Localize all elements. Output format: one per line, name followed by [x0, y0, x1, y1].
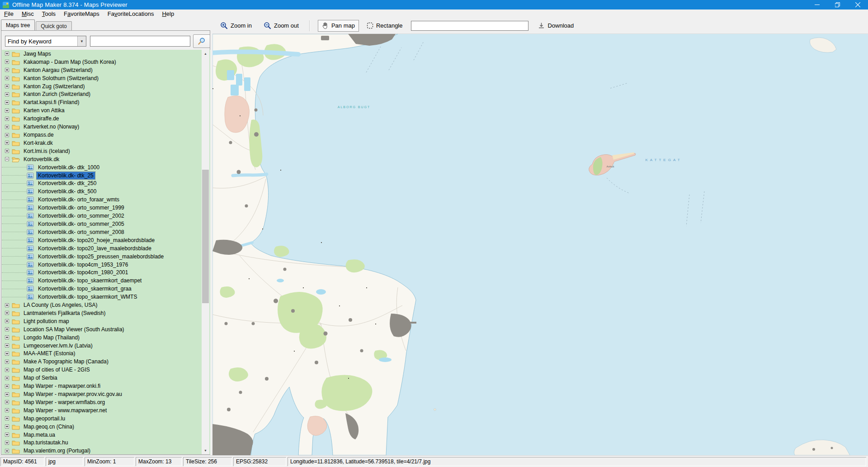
tree-item-label[interactable]: Jawg Maps [22, 50, 52, 57]
tree-item[interactable]: Map Warper - warper.wmflabs.org [2, 398, 210, 406]
tree-item-label[interactable]: Map Warper - mapwarper.prov.vic.gov.au [22, 391, 123, 398]
tree-item-label[interactable]: Kartat.kapsi.fi (Finland) [22, 99, 80, 106]
expand-plus-icon[interactable] [5, 433, 9, 437]
menu-favoritemaps[interactable]: FavoriteMaps [60, 10, 104, 18]
tree-item-label[interactable]: Kortoverblik.dk- dtk_25 [37, 172, 95, 179]
tree-item[interactable]: Map Warper - mapwarper.onki.fi [2, 382, 210, 390]
tab-quick-goto[interactable]: Quick goto [36, 21, 71, 30]
tree-item[interactable]: Map of Serbia [2, 374, 210, 382]
tree-item[interactable]: Kortoverblik.dk- topo20_hoeje_maalebords… [2, 236, 210, 244]
menu-file[interactable]: File [0, 10, 18, 18]
tree-item[interactable]: Kanton Aargau (Switzerland) [2, 66, 210, 74]
tree-item[interactable]: Kortoverblik.dk- orto_sommer_2002 [2, 212, 210, 220]
expand-plus-icon[interactable] [5, 84, 9, 88]
tree-item[interactable]: Kortoverblik.dk- topo4cm_1953_1976 [2, 261, 210, 269]
tree-item[interactable]: Kortoverblik.dk- orto_sommer_2008 [2, 228, 210, 236]
tree-item[interactable]: Kartverket.no (Norway) [2, 123, 210, 131]
scrollbar-thumb[interactable] [202, 170, 209, 303]
tree-item-label[interactable]: Map.meta.ua [22, 431, 57, 438]
tree-item-label[interactable]: Lantmateriets Fjallkarta (Swedish) [22, 310, 107, 317]
tree-item[interactable]: Kortoverblik.dk- orto_sommer_1999 [2, 204, 210, 212]
tree-item[interactable]: Kortoverblik.dk- topo_skaermkort_graa [2, 285, 210, 293]
expand-plus-icon[interactable] [5, 360, 9, 364]
tree-item-label[interactable]: Kort.lmi.is (Iceland) [22, 148, 71, 155]
tree-item-label[interactable]: Lvmgeoserver.lvm.lv (Latvia) [22, 342, 94, 349]
restore-button[interactable] [827, 0, 848, 10]
tree-item[interactable]: LA County (Los Angeles, USA) [2, 301, 210, 309]
tree-item[interactable]: Kanton Solothurn (Switzerland) [2, 74, 210, 82]
expand-plus-icon[interactable] [5, 109, 9, 113]
tree-item-label[interactable]: Kortoverblik.dk- dtk_1000 [37, 164, 101, 171]
tree-item[interactable]: Kakaomap - Daum Map (South Korea) [2, 58, 210, 66]
expand-plus-icon[interactable] [5, 100, 9, 105]
tree-item-label[interactable]: Map.turistautak.hu [22, 439, 70, 446]
collapse-minus-icon[interactable] [5, 157, 9, 161]
tree-item-label[interactable]: Kakaomap - Daum Map (South Korea) [22, 58, 118, 66]
tree-item-label[interactable]: Kartogiraffe.de [22, 115, 61, 122]
tree-item-label[interactable]: Kortoverblik.dk- topo_skaermkort_WMTS [37, 293, 138, 300]
expand-plus-icon[interactable] [5, 68, 9, 72]
expand-plus-icon[interactable] [5, 117, 9, 121]
tree-item-label[interactable]: Kort-krak.dk [22, 139, 54, 147]
expand-plus-icon[interactable] [5, 52, 9, 56]
rectangle-button[interactable]: Rectangle [363, 20, 407, 31]
tree-item[interactable]: Map.turistautak.hu [2, 439, 210, 447]
tree-item-label[interactable]: Kortoverblik.dk- orto_sommer_2002 [37, 212, 126, 219]
tree-item[interactable]: Light pollution map [2, 317, 210, 325]
close-button[interactable] [848, 0, 868, 10]
tree-item-label[interactable]: Kompass.de [22, 131, 55, 138]
tree-item-label[interactable]: Map.valentim.org (Portugal) [22, 447, 92, 454]
expand-plus-icon[interactable] [5, 343, 9, 348]
expand-plus-icon[interactable] [5, 376, 9, 380]
map-viewport[interactable]: KATTEGATALBORG BUGTAnholt [212, 34, 868, 455]
expand-plus-icon[interactable] [5, 92, 9, 96]
tree-item-label[interactable]: Location SA Map Viewer (South Australia) [22, 326, 126, 333]
expand-plus-icon[interactable] [5, 384, 9, 388]
expand-plus-icon[interactable] [5, 141, 9, 145]
tree-item[interactable]: Kortoverblik.dk- topo4cm_1980_2001 [2, 268, 210, 276]
tree-item[interactable]: Kanton Zug (Switzerland) [2, 82, 210, 91]
toolbar-input[interactable] [411, 21, 528, 31]
tree-item[interactable]: Map Warper - www.mapwarper.net [2, 406, 210, 415]
menu-help[interactable]: Help [158, 10, 178, 18]
tree-item-label[interactable]: Kanton Solothurn (Switzerland) [22, 75, 100, 82]
tree-item-label[interactable]: Kortoverblik.dk- dtk_500 [37, 188, 98, 195]
tree-item-label[interactable]: Kortoverblik.dk- orto_sommer_2005 [37, 220, 126, 228]
tree-scrollbar[interactable]: ▲ ▼ [202, 50, 209, 454]
expand-plus-icon[interactable] [5, 60, 9, 64]
expand-plus-icon[interactable] [5, 303, 9, 307]
tree-item-label[interactable]: Map of cities of UAE - 2GIS [22, 366, 91, 373]
expand-plus-icon[interactable] [5, 368, 9, 372]
tree-item[interactable]: Kortoverblik.dk- dtk_250 [2, 180, 210, 188]
tree-item-label[interactable]: Map of Serbia [22, 374, 59, 381]
tree-item-label[interactable]: Kanton Aargau (Switzerland) [22, 67, 94, 74]
tree-item-label[interactable]: Kortoverblik.dk- topo4cm_1953_1976 [37, 261, 129, 268]
tree-item[interactable]: Map.geoportail.lu [2, 415, 210, 423]
tree-item[interactable]: Kortoverblik.dk- topo20_lave_maalebordsb… [2, 244, 210, 253]
expand-plus-icon[interactable] [5, 392, 9, 396]
tree-item[interactable]: Kortoverblik.dk- topo_skaermkort_daempet [2, 276, 210, 285]
tree-item-label[interactable]: Kortoverblik.dk- topo20_hoeje_maalebords… [37, 237, 156, 244]
expand-plus-icon[interactable] [5, 449, 9, 453]
expand-plus-icon[interactable] [5, 424, 9, 429]
tree-item-label[interactable]: LA County (Los Angeles, USA) [22, 301, 99, 309]
tree-item[interactable]: Kortoverblik.dk- topo25_preussen_maalebo… [2, 253, 210, 261]
tree-item[interactable]: Make A Topographic Map (Canada) [2, 357, 210, 366]
tree-item-label[interactable]: Kortoverblik.dk- topo20_lave_maalebordsb… [37, 245, 153, 252]
tree-item-label[interactable]: Kanton Zug (Switzerland) [22, 83, 86, 90]
tree-item-label[interactable]: Kortoverblik.dk- orto_sommer_2008 [37, 229, 126, 236]
zoom-out-button[interactable]: Zoom out [259, 19, 303, 32]
scroll-up-icon[interactable]: ▲ [202, 50, 209, 57]
tree-item-label[interactable]: Light pollution map [22, 318, 71, 325]
tree-item-label[interactable]: Make A Topographic Map (Canada) [22, 358, 110, 365]
tree-item-label[interactable]: Map Warper - warper.wmflabs.org [22, 399, 106, 406]
expand-plus-icon[interactable] [5, 133, 9, 137]
tree-item[interactable]: Location SA Map Viewer (South Australia) [2, 325, 210, 334]
tree-item[interactable]: Kartogiraffe.de [2, 114, 210, 123]
tree-item-label[interactable]: Longdo Map (Thailand) [22, 334, 81, 341]
tree-item-label[interactable]: Karten von Attika [22, 107, 66, 114]
expand-plus-icon[interactable] [5, 125, 9, 129]
tree-item[interactable]: Jawg Maps [2, 50, 210, 58]
tree-item[interactable]: Kortoverblik.dk- dtk_25 [2, 172, 210, 180]
tree-item-label[interactable]: Kortoverblik.dk- orto_foraar_wmts [37, 196, 121, 203]
